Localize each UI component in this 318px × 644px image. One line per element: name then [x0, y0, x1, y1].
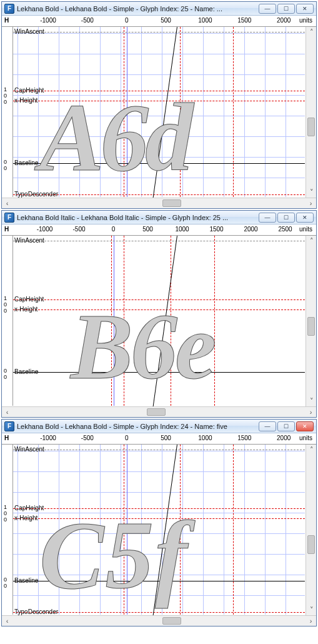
grid-line [182, 445, 183, 615]
scroll-down-icon[interactable]: ˅ [306, 605, 316, 615]
ruler-tick: 1000 [198, 435, 212, 441]
scroll-left-icon[interactable]: ‹ [2, 616, 12, 626]
minimize-button[interactable]: — [259, 4, 276, 14]
glyph-canvas[interactable]: 10000WinAscentCapHeightx-HeightBaselineT… [2, 27, 316, 208]
close-button[interactable]: ✕ [296, 213, 314, 223]
grid-line [121, 445, 121, 615]
scroll-track[interactable] [12, 407, 306, 417]
titlebar[interactable]: FLekhana Bold - Lekhana Bold - Simple - … [2, 2, 316, 16]
ruler-tick: 0 [112, 226, 116, 233]
ruler-tick: 500 [161, 17, 171, 24]
grid-line [265, 27, 266, 197]
ruler-tick: 0 [125, 435, 129, 441]
grid-line [17, 445, 18, 615]
app-icon: F [4, 4, 14, 14]
grid-line [162, 445, 162, 615]
vruler-tick: 1 [4, 504, 7, 510]
scroll-left-icon[interactable]: ‹ [2, 407, 12, 418]
vruler-tick: 0 [4, 308, 7, 314]
scroll-right-icon[interactable]: › [306, 198, 316, 209]
minimize-button[interactable]: — [259, 421, 276, 431]
ruler-label: H [4, 17, 9, 24]
scroll-down-icon[interactable]: ˅ [306, 187, 316, 198]
window-title: Lekhana Bold Italic - Lekhana Bold Itali… [17, 214, 256, 221]
metric-label: CapHeight [14, 87, 44, 94]
grid-line [13, 95, 305, 96]
ruler-label: H [4, 435, 9, 441]
scroll-thumb[interactable] [307, 535, 315, 554]
glyph-canvas[interactable]: 10000WinAscentCapHeightx-HeightBaselineW… [2, 236, 316, 417]
metric-line [13, 450, 305, 450]
window-buttons: —☐✕ [259, 4, 314, 14]
grid-line [121, 27, 121, 197]
scroll-left-icon[interactable]: ‹ [2, 198, 12, 209]
editor-content: H-1000-50005001000150020002500units10000… [2, 224, 316, 417]
ruler-tick: -500 [72, 226, 85, 233]
grid-line [13, 116, 305, 116]
horizontal-ruler: H-1000-50005001000150020002500units [2, 224, 316, 236]
scroll-track[interactable] [12, 198, 306, 208]
scroll-up-icon[interactable]: ˄ [306, 27, 316, 38]
grid-line [100, 445, 101, 615]
editor-content: H-1000-5000500100015002000units10000WinA… [2, 16, 316, 208]
vertical-scrollbar[interactable]: ˄˅ [306, 236, 316, 406]
titlebar[interactable]: FLekhana Bold - Lekhana Bold - Simple - … [2, 420, 316, 433]
grid-line [13, 513, 305, 513]
grid-line [13, 178, 305, 178]
metric-label: Baseline [14, 159, 38, 166]
glyph-canvas[interactable]: 10000WinAscentCapHeightx-HeightBaselineT… [2, 445, 316, 626]
grid-line [224, 445, 224, 615]
grid-line [79, 27, 80, 197]
close-button[interactable]: ✕ [296, 4, 314, 14]
scroll-thumb[interactable] [307, 118, 315, 136]
ruler-tick: 2000 [244, 226, 257, 233]
metric-label: Baseline [14, 577, 38, 584]
metric-label: CapHeight [14, 505, 44, 511]
ruler-tick: 1500 [237, 435, 251, 441]
grid-line [38, 445, 39, 615]
vruler-tick: 0 [4, 576, 7, 583]
vertical-scrollbar[interactable]: ˄˅ [306, 27, 316, 198]
grid-line [13, 471, 305, 472]
maximize-button[interactable]: ☐ [277, 421, 295, 431]
metric-line [13, 32, 305, 33]
guide-vertical [214, 236, 215, 406]
metric-label: TypoDescender [14, 608, 58, 615]
ruler-tick: -1000 [40, 17, 56, 24]
scroll-thumb[interactable] [162, 617, 181, 625]
scroll-thumb[interactable] [162, 199, 181, 207]
grid-line [59, 27, 59, 197]
minimize-button[interactable]: — [259, 213, 276, 223]
grid-line [79, 445, 80, 615]
vertical-ruler: 10000 [2, 236, 13, 406]
metric-line [13, 518, 305, 519]
scroll-up-icon[interactable]: ˄ [306, 236, 316, 246]
ruler-tick: 2000 [277, 17, 291, 24]
ruler-tick: 2500 [278, 226, 292, 233]
scroll-up-icon[interactable]: ˄ [306, 445, 316, 455]
scroll-track[interactable] [12, 616, 306, 626]
scroll-right-icon[interactable]: › [306, 616, 316, 626]
horizontal-scrollbar[interactable]: ‹› [2, 615, 316, 626]
app-icon: F [4, 213, 14, 223]
grid-line [13, 136, 305, 137]
grid-line [38, 27, 39, 197]
close-button[interactable]: ✕ [296, 421, 314, 431]
vertical-scrollbar[interactable]: ˄˅ [306, 445, 316, 615]
maximize-button[interactable]: ☐ [277, 213, 295, 223]
vruler-tick: 0 [4, 301, 7, 308]
grid-line [141, 27, 142, 197]
scroll-right-icon[interactable]: › [306, 407, 316, 418]
maximize-button[interactable]: ☐ [277, 4, 295, 14]
horizontal-scrollbar[interactable]: ‹› [2, 406, 316, 417]
window-title: Lekhana Bold - Lekhana Bold - Simple - G… [17, 423, 256, 430]
scroll-thumb[interactable] [147, 408, 166, 416]
vertical-ruler: 10000 [2, 445, 13, 615]
scroll-down-icon[interactable]: ˅ [306, 396, 316, 406]
metric-label: x-Height [14, 306, 37, 313]
vruler-tick: 0 [4, 516, 7, 523]
scroll-thumb[interactable] [307, 317, 315, 336]
titlebar[interactable]: FLekhana Bold Italic - Lekhana Bold Ital… [2, 211, 316, 224]
metric-line [13, 91, 305, 91]
horizontal-scrollbar[interactable]: ‹› [2, 198, 316, 208]
